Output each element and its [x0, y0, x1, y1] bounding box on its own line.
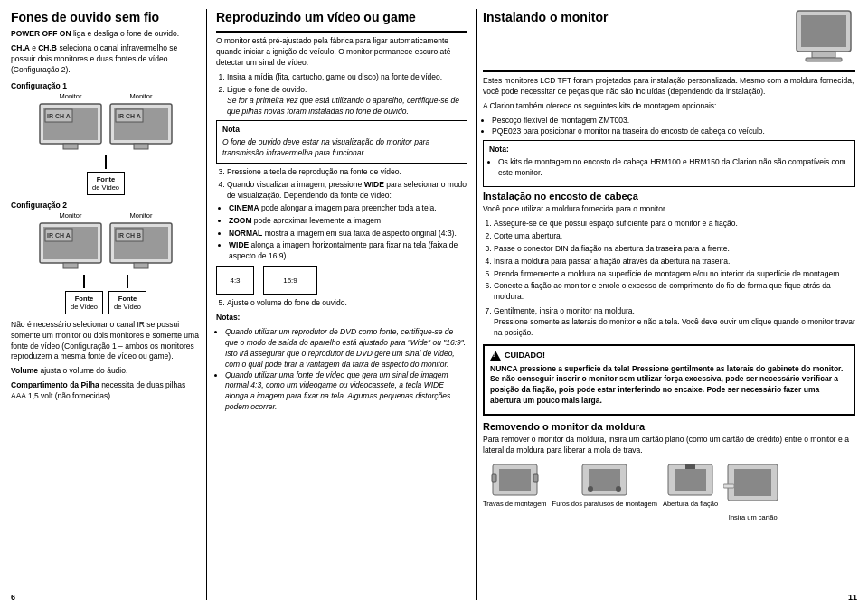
install-step5: Prenda firmemente a moldura na superfíci… [494, 269, 855, 280]
config1-monitor1-label: Monitor [59, 92, 81, 100]
removing-text: Para remover o monitor da moldura, insir… [483, 435, 855, 456]
config1-monitor1: Monitor IR CH A [38, 92, 103, 152]
config1-fonte-label: Fonte [92, 175, 119, 183]
power-label: POWER OFF ON [11, 29, 71, 38]
config2-monitor1: Monitor IR CH A [38, 211, 103, 271]
config2-fonte2-sub: de Vídeo [114, 303, 141, 311]
config2-fonte2-label: Fonte [114, 295, 141, 303]
svg-rect-29 [589, 469, 620, 491]
mid-intro: O monitor está pré-ajustado pela fábrica… [216, 36, 467, 69]
install-step7-list: Gentilmente, insira o monitor na moldura… [494, 306, 855, 339]
mid-column: Reproduzindo um vídeo ou game O monitor … [206, 9, 477, 600]
right-nota-item1: Os kits de montagem no encosto de cabeça… [498, 157, 849, 179]
aspect-diagrams: 4:3 16:9 [216, 266, 467, 295]
svg-rect-27 [533, 474, 538, 482]
install-step6: Conecte a fiação ao monitor e enrole o e… [494, 281, 855, 303]
volume-text: Volume ajusta o volume do áudio. [11, 366, 201, 377]
config2-monitor1-svg: IR CH A [38, 221, 103, 271]
image-travas: Travas de montagem [483, 462, 547, 508]
chb-label: CH.B [38, 43, 57, 52]
volume-label: Volume [11, 366, 38, 375]
mid-steps2-list: Pressione a tecla de reprodução na fonte… [227, 167, 467, 262]
config1-monitor1-svg: IR CH A [38, 102, 103, 152]
left-column: Fones de ouvido sem fio POWER OFF ON lig… [7, 9, 206, 600]
install-steps-list: Assegure-se de que possui espaço suficie… [494, 219, 855, 303]
install-step7-text: Gentilmente, insira o monitor na moldura… [494, 306, 635, 315]
config1-fonte-sub: de Vídeo [92, 183, 119, 192]
config1-diagram: Configuração 1 Monitor IR CH A [11, 81, 201, 195]
mid-step1-text: Insira a mídia (fita, cartucho, game ou … [227, 72, 442, 81]
config2-arrow1 [83, 275, 85, 288]
furos-caption: Furos dos parafusos de montagem [552, 500, 657, 508]
aspect-169-box: 16:9 [263, 266, 317, 295]
install-step4: Insira a moldura para passar a fiação at… [494, 257, 855, 267]
svg-point-30 [588, 486, 593, 492]
right-title: Instalando o monitor [483, 9, 792, 25]
image-cartao: Insira um cartão [723, 462, 782, 521]
mid-step4-intro: Quando visualizar a imagem, pressione WI… [227, 180, 467, 200]
travas-svg [490, 462, 540, 498]
mid-step2-text: Ligue o fone de ouvido. [227, 85, 307, 94]
right-intro: Estes monitores LCD TFT foram projetados… [483, 76, 855, 98]
svg-rect-36 [734, 469, 771, 496]
page-num-left: 6 [11, 593, 15, 602]
mid-sub-normal: NORMAL mostra a imagem em sua faixa de a… [229, 229, 467, 239]
config2-monitor2-svg: IR CH B [108, 221, 174, 271]
mid-divider [216, 31, 467, 33]
config1-label: Configuração 1 [11, 81, 201, 90]
config2-fonte1-box: Fonte de Vídeo [65, 291, 103, 314]
compartimento-label: Compartimento da Pilha [11, 380, 99, 389]
svg-rect-34 [685, 464, 695, 469]
notes2-title: Notas: [216, 313, 467, 323]
kit-item-2: PQE023 para posicionar o monitor na tras… [492, 126, 855, 137]
note2-item1: Quando utilizar um reprodutor de DVD com… [225, 327, 467, 370]
config2-label: Configuração 2 [11, 201, 201, 210]
abertura-caption: Abertura da fiação [663, 500, 718, 508]
config1-fonte-box: Fonte de Vídeo [87, 172, 125, 195]
svg-rect-37 [723, 484, 734, 488]
svg-rect-19 [134, 263, 148, 268]
mid-step5-text: Ajuste o volume do fone de ouvido. [227, 298, 347, 307]
cartao-svg [723, 462, 782, 511]
mid-sub-cinema: CINEMA pode alongar a imagem para preenc… [229, 203, 467, 214]
image-abertura: Abertura da fiação [663, 462, 718, 508]
mid-steps-list: Insira a mídia (fita, cartucho, game ou … [227, 72, 467, 117]
install-step1: Assegure-se de que possui espaço suficie… [494, 219, 855, 230]
caution-text: NUNCA pressione a superfície da tela! Pr… [490, 364, 848, 408]
image-furos: Furos dos parafusos de montagem [552, 462, 657, 508]
config2-arrow2 [127, 275, 128, 288]
mid-title: Reproduzindo um vídeo ou game [216, 9, 467, 25]
svg-text:IR CH A: IR CH A [47, 113, 71, 119]
page-num-right: 11 [848, 593, 857, 602]
mid-note: Nota O fone de ouvido deve estar na visu… [216, 120, 467, 164]
mid-note-text: O fone de ouvido deve estar na visualiza… [222, 137, 461, 159]
install-intro: Você pode utilizar a moldura fornecida p… [483, 204, 855, 215]
notes2-list: Quando utilizar um reprodutor de DVD com… [225, 327, 467, 413]
config2-diagram: Configuração 2 Monitor IR CH A Monitor [11, 201, 201, 314]
bottom-images-row: Travas de montagem Furos dos parafusos d… [483, 462, 855, 521]
canal-ir-text: Não é necessário selecionar o canal IR s… [11, 320, 201, 363]
clarion-text: A Clarion também oferece os seguintes ki… [483, 101, 855, 112]
cha-label: CH.A [11, 43, 30, 52]
svg-rect-23 [806, 58, 842, 61]
svg-rect-26 [492, 474, 496, 482]
right-nota-title: Nota: [489, 145, 849, 155]
svg-text:IR CH A: IR CH A [47, 232, 71, 239]
svg-rect-21 [801, 15, 846, 47]
install-step3: Passe o conector DIN da fiação na abertu… [494, 244, 855, 255]
mid-sub-wide: WIDE alonga a imagem horizontalmente par… [229, 240, 467, 262]
monitor-image-svg [792, 9, 855, 63]
abertura-svg [665, 462, 715, 498]
note2-item2: Quando utilizar uma fonte de vídeo que g… [225, 370, 467, 414]
config2-monitor1-label: Monitor [59, 211, 81, 220]
mid-sub-zoom: ZOOM pode aproximar levemente a imagem. [229, 216, 467, 227]
svg-rect-25 [499, 469, 531, 491]
mid-step2: Ligue o fone de ouvido. Se for a primeir… [227, 85, 467, 117]
aspect-43-box: 4:3 [216, 266, 254, 295]
right-column: Instalando o monitor Estes monitores LCD… [477, 9, 861, 600]
travas-caption: Travas de montagem [483, 500, 547, 508]
config2-monitor2-label: Monitor [129, 211, 152, 220]
removing-heading: Removendo o monitor da moldura [483, 421, 855, 432]
svg-rect-14 [63, 263, 78, 268]
caution-box: CUIDADO! NUNCA pressione a superfície da… [483, 344, 855, 416]
